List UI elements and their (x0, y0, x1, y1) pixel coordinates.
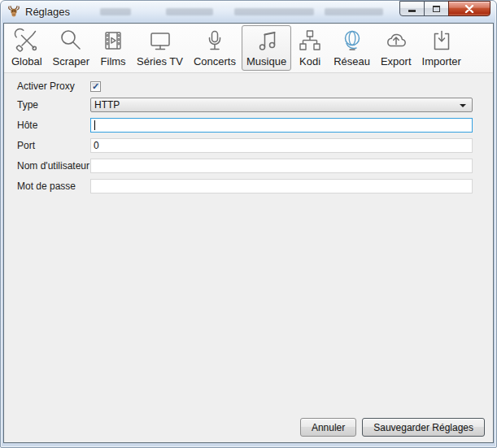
toolbar-item-series-tv[interactable]: Séries TV (132, 25, 188, 71)
form-row-proxy: Activer Proxy ✓ (17, 80, 473, 92)
password-input[interactable] (90, 179, 473, 194)
settings-toolbar: Global Scraper (4, 24, 493, 73)
toolbar-label-kodi: Kodi (299, 55, 320, 67)
titlebar-ghost-artifact (234, 8, 314, 15)
window-title: Réglages (25, 6, 70, 18)
proxy-settings-form: Activer Proxy ✓ Type HTTP (4, 73, 493, 199)
dialog-footer: Annuler Sauvegarder Réglages (4, 418, 493, 442)
toolbar-item-importer[interactable]: Importer (417, 25, 466, 71)
sitemap-icon (297, 28, 323, 54)
empty-area (4, 199, 493, 418)
toolbar-label-musique: Musique (246, 55, 286, 67)
type-label: Type (17, 99, 90, 111)
toolbar-label-importer: Importer (422, 55, 461, 67)
port-input[interactable] (90, 138, 473, 153)
proxy-type-select[interactable]: HTTP (90, 98, 473, 112)
password-label: Mot de passe (17, 181, 90, 192)
microphone-icon (202, 28, 228, 54)
toolbar-item-films[interactable]: Films (95, 25, 131, 71)
settings-dialog: Réglages (0, 0, 497, 448)
minimize-icon (408, 10, 416, 12)
port-label: Port (17, 140, 90, 151)
titlebar-ghost-artifact (166, 8, 213, 15)
import-box-icon (429, 28, 455, 54)
toolbar-item-concerts[interactable]: Concerts (189, 25, 241, 71)
host-input[interactable] (90, 118, 473, 133)
toolbar-label-export: Export (381, 55, 412, 67)
toolbar-label-concerts: Concerts (194, 55, 236, 67)
toolbar-item-export[interactable]: Export (376, 25, 416, 71)
titlebar[interactable]: Réglages (1, 1, 496, 23)
close-icon (464, 5, 474, 13)
toolbar-item-scraper[interactable]: Scraper (48, 25, 95, 71)
close-button[interactable] (448, 1, 490, 16)
checkmark-icon: ✓ (92, 82, 99, 91)
minimize-button[interactable] (399, 1, 425, 16)
username-label: Nom d'utilisateur (17, 160, 90, 172)
maximize-button[interactable] (424, 1, 449, 16)
toolbar-label-series-tv: Séries TV (137, 55, 183, 67)
dialog-content: Global Scraper (3, 23, 494, 443)
activer-proxy-checkbox[interactable]: ✓ (90, 81, 101, 92)
titlebar-ghost-artifact (325, 8, 383, 15)
toolbar-item-kodi[interactable]: Kodi (292, 25, 328, 71)
toolbar-label-global: Global (11, 55, 42, 67)
window-frame: Réglages (0, 0, 497, 448)
username-input[interactable] (90, 159, 473, 173)
form-row-username: Nom d'utilisateur (17, 159, 473, 173)
moose-logo-icon (7, 5, 20, 18)
globe-icon (339, 28, 365, 54)
save-settings-button[interactable]: Sauvegarder Réglages (362, 418, 485, 437)
toolbar-item-global[interactable]: Global (7, 25, 47, 71)
activer-proxy-label: Activer Proxy (17, 80, 90, 92)
form-row-password: Mot de passe (17, 179, 473, 194)
tools-icon (14, 28, 40, 54)
form-row-host: Hôte (17, 118, 473, 133)
film-strip-icon (100, 28, 126, 54)
tv-icon (147, 28, 173, 54)
form-row-type: Type HTTP (17, 98, 473, 112)
cancel-button[interactable]: Annuler (300, 418, 356, 437)
toolbar-label-films: Films (101, 55, 126, 67)
toolbar-item-reseau[interactable]: Réseau (329, 25, 375, 71)
toolbar-label-reseau: Réseau (334, 55, 370, 67)
proxy-type-selected-value: HTTP (94, 99, 120, 111)
toolbar-label-scraper: Scraper (53, 55, 90, 67)
titlebar-ghost-artifact (100, 8, 131, 15)
toolbar-item-musique[interactable]: Musique (242, 25, 291, 71)
form-row-port: Port (17, 138, 473, 153)
caption-buttons (400, 1, 490, 16)
magnifier-icon (58, 28, 84, 54)
host-label: Hôte (17, 120, 90, 131)
cloud-upload-icon (383, 28, 409, 54)
music-note-icon (254, 28, 280, 54)
chevron-down-icon (460, 104, 466, 107)
maximize-icon (433, 6, 440, 12)
text-caret (94, 120, 95, 130)
